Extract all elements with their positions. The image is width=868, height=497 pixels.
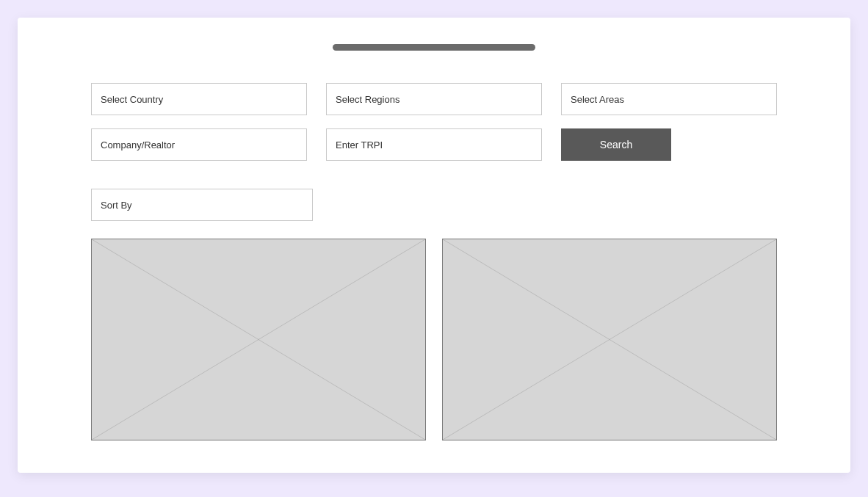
results-grid bbox=[18, 239, 850, 440]
sort-select[interactable]: Sort By bbox=[91, 189, 313, 221]
trpi-input-placeholder: Enter TRPI bbox=[336, 139, 383, 150]
sort-section: Sort By bbox=[18, 189, 850, 221]
result-card[interactable] bbox=[442, 239, 777, 440]
filter-row-1: Select Country Select Regions Select Are… bbox=[91, 83, 777, 115]
areas-select-label: Select Areas bbox=[571, 94, 624, 105]
heading-placeholder bbox=[333, 44, 535, 51]
filters-section: Select Country Select Regions Select Are… bbox=[18, 83, 850, 161]
image-placeholder-icon bbox=[443, 239, 776, 440]
regions-select[interactable]: Select Regions bbox=[326, 83, 542, 115]
image-placeholder-icon bbox=[92, 239, 425, 440]
main-card: Select Country Select Regions Select Are… bbox=[18, 18, 850, 473]
sort-select-label: Sort By bbox=[101, 200, 132, 211]
regions-select-label: Select Regions bbox=[336, 94, 399, 105]
search-button-cell: Search bbox=[561, 128, 777, 161]
company-input[interactable]: Company/Realtor bbox=[91, 128, 307, 161]
filter-row-2: Company/Realtor Enter TRPI Search bbox=[91, 128, 777, 161]
result-card[interactable] bbox=[91, 239, 426, 440]
country-select[interactable]: Select Country bbox=[91, 83, 307, 115]
search-button-label: Search bbox=[600, 139, 632, 150]
trpi-input[interactable]: Enter TRPI bbox=[326, 128, 542, 161]
search-button[interactable]: Search bbox=[561, 128, 671, 161]
company-input-placeholder: Company/Realtor bbox=[101, 139, 175, 150]
areas-select[interactable]: Select Areas bbox=[561, 83, 777, 115]
country-select-label: Select Country bbox=[101, 94, 163, 105]
